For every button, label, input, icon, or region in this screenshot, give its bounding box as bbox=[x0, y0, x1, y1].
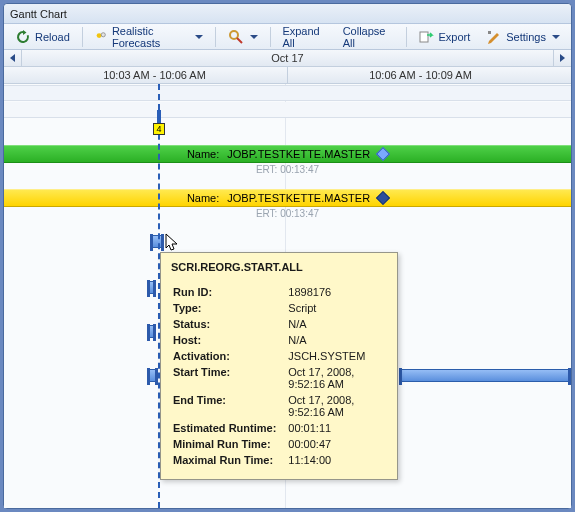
settings-button[interactable]: Settings bbox=[479, 26, 567, 48]
svg-line-3 bbox=[237, 38, 242, 43]
gantt-area[interactable]: Name: JOBP.TESTKETTE.MASTER ERT: 00:13:4… bbox=[4, 84, 571, 508]
date-header: Oct 17 bbox=[4, 50, 571, 67]
svg-point-2 bbox=[230, 31, 238, 39]
tooltip-val: N/A bbox=[288, 317, 385, 331]
now-badge: 4 bbox=[153, 123, 165, 135]
find-button[interactable] bbox=[221, 26, 265, 48]
time-header: 10:03 AM - 10:06 AM 10:06 AM - 10:09 AM bbox=[4, 67, 571, 84]
toolbar-separator bbox=[406, 27, 407, 47]
realistic-forecasts-button[interactable]: Realistic Forecasts bbox=[88, 26, 210, 48]
svg-point-1 bbox=[101, 32, 105, 36]
tooltip-key: Minimal Run Time: bbox=[173, 437, 286, 451]
toolbar-separator bbox=[215, 27, 216, 47]
toolbar-separator bbox=[270, 27, 271, 47]
bar-label-name: JOBP.TESTKETTE.MASTER bbox=[227, 148, 370, 160]
reload-button[interactable]: Reload bbox=[8, 26, 77, 48]
tooltip-val: 00:01:11 bbox=[288, 421, 385, 435]
window-titlebar: Gantt Chart bbox=[4, 4, 571, 24]
diamond-marker-icon bbox=[376, 147, 390, 161]
tooltip-key: Host: bbox=[173, 333, 286, 347]
now-indicator: 4 bbox=[153, 110, 163, 136]
tooltip-key: Start Time: bbox=[173, 365, 286, 391]
realistic-label: Realistic Forecasts bbox=[112, 25, 189, 49]
reload-label: Reload bbox=[35, 31, 70, 43]
tooltip-title: SCRI.REORG.START.ALL bbox=[171, 261, 387, 273]
export-icon bbox=[418, 29, 434, 45]
diamond-marker-icon bbox=[376, 191, 390, 205]
toolbar-separator bbox=[82, 27, 83, 47]
gantt-window: Gantt Chart Reload Realistic Forecasts E… bbox=[3, 3, 572, 509]
export-button[interactable]: Export bbox=[411, 26, 477, 48]
tooltip-val: Script bbox=[288, 301, 385, 315]
dropdown-icon bbox=[195, 35, 203, 39]
tooltip-key: Run ID: bbox=[173, 285, 286, 299]
export-label: Export bbox=[438, 31, 470, 43]
dropdown-icon bbox=[250, 35, 258, 39]
collapse-all-label: Collapse All bbox=[343, 25, 392, 49]
toolbar: Reload Realistic Forecasts Expand All Co… bbox=[4, 24, 571, 50]
mouse-cursor-icon bbox=[165, 233, 179, 253]
svg-rect-4 bbox=[420, 32, 428, 42]
expand-all-button[interactable]: Expand All bbox=[275, 26, 333, 48]
tooltip-val: Oct 17, 2008, 9:52:16 AM bbox=[288, 365, 385, 391]
bar-label-key: Name: bbox=[187, 192, 219, 204]
tooltip-key: End Time: bbox=[173, 393, 286, 419]
date-label: Oct 17 bbox=[22, 52, 553, 64]
gantt-scale-row bbox=[4, 85, 571, 101]
scroll-left-button[interactable] bbox=[4, 50, 22, 66]
gantt-scale-row bbox=[4, 102, 571, 118]
svg-rect-5 bbox=[488, 31, 491, 34]
task-tooltip: SCRI.REORG.START.ALL Run ID:1898176 Type… bbox=[160, 252, 398, 480]
tooltip-val: N/A bbox=[288, 333, 385, 347]
gantt-group-bar-yellow[interactable]: Name: JOBP.TESTKETTE.MASTER bbox=[4, 189, 571, 207]
tooltip-table: Run ID:1898176 Type:Script Status:N/A Ho… bbox=[171, 283, 387, 469]
forecast-icon bbox=[95, 29, 108, 45]
time-range-cell: 10:06 AM - 10:09 AM bbox=[288, 67, 553, 83]
gantt-task[interactable] bbox=[148, 325, 155, 338]
settings-label: Settings bbox=[506, 31, 546, 43]
settings-icon bbox=[486, 29, 502, 45]
gantt-group-bar-green[interactable]: Name: JOBP.TESTKETTE.MASTER bbox=[4, 145, 571, 163]
tooltip-key: Estimated Runtime: bbox=[173, 421, 286, 435]
tooltip-key: Status: bbox=[173, 317, 286, 331]
gantt-task[interactable] bbox=[151, 235, 163, 248]
collapse-all-button[interactable]: Collapse All bbox=[336, 26, 399, 48]
tooltip-val: JSCH.SYSTEM bbox=[288, 349, 385, 363]
bar-label-name: JOBP.TESTKETTE.MASTER bbox=[227, 192, 370, 204]
search-icon bbox=[228, 29, 244, 45]
tooltip-key: Activation: bbox=[173, 349, 286, 363]
expand-all-label: Expand All bbox=[282, 25, 326, 49]
ert-label: ERT: 00:13:47 bbox=[4, 207, 571, 221]
tooltip-val: 1898176 bbox=[288, 285, 385, 299]
gantt-task[interactable] bbox=[148, 281, 155, 294]
chevron-left-icon bbox=[10, 54, 15, 62]
gantt-task[interactable] bbox=[400, 369, 570, 382]
scroll-right-button[interactable] bbox=[553, 50, 571, 66]
bar-label-key: Name: bbox=[187, 148, 219, 160]
tooltip-val: 11:14:00 bbox=[288, 453, 385, 467]
window-title: Gantt Chart bbox=[10, 8, 67, 20]
dropdown-icon bbox=[552, 35, 560, 39]
tooltip-val: Oct 17, 2008, 9:52:16 AM bbox=[288, 393, 385, 419]
reload-icon bbox=[15, 29, 31, 45]
tooltip-val: 00:00:47 bbox=[288, 437, 385, 451]
gantt-task[interactable] bbox=[148, 369, 157, 382]
tooltip-key: Maximal Run Time: bbox=[173, 453, 286, 467]
svg-point-0 bbox=[96, 33, 101, 38]
time-range-cell: 10:03 AM - 10:06 AM bbox=[22, 67, 288, 83]
chevron-right-icon bbox=[560, 54, 565, 62]
tooltip-key: Type: bbox=[173, 301, 286, 315]
ert-label: ERT: 00:13:47 bbox=[4, 163, 571, 177]
